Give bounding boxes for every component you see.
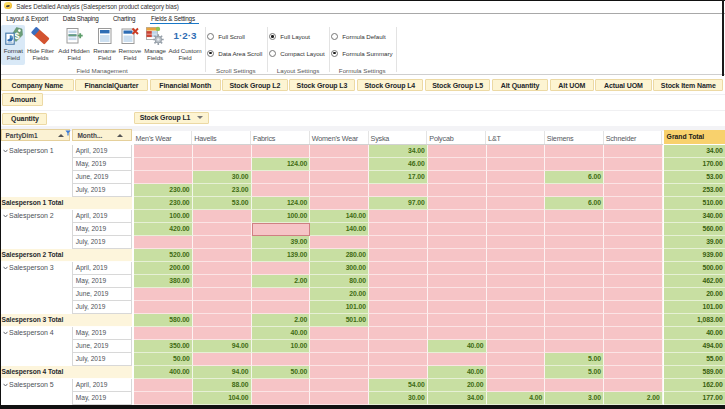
value-cell[interactable]: [487, 210, 546, 223]
value-cell[interactable]: 104.00: [193, 392, 252, 405]
value-cell[interactable]: [604, 210, 663, 223]
group-row-header[interactable]: Salesperson 5: [0, 379, 73, 405]
grand-total-cell[interactable]: 20.00: [664, 288, 725, 301]
total-value-cell[interactable]: 5.00: [545, 366, 604, 379]
value-cell[interactable]: [487, 158, 546, 171]
value-cell[interactable]: [193, 210, 252, 223]
value-cell[interactable]: [487, 184, 546, 197]
month-cell[interactable]: July, 2019: [73, 301, 132, 314]
month-cell[interactable]: July, 2019: [73, 353, 132, 366]
total-value-cell[interactable]: 230.00: [134, 197, 193, 210]
tab-charting[interactable]: Charting: [113, 15, 135, 22]
total-value-cell[interactable]: [369, 366, 428, 379]
value-cell[interactable]: [487, 327, 546, 340]
radio-full-layout[interactable]: Full Layout: [269, 33, 310, 40]
value-cell[interactable]: 39.00: [252, 236, 311, 249]
month-cell[interactable]: June, 2019: [73, 288, 132, 301]
value-cell[interactable]: [252, 171, 311, 184]
value-cell[interactable]: [252, 262, 311, 275]
month-cell[interactable]: May, 2019: [73, 392, 132, 405]
total-value-cell[interactable]: 94.00: [193, 366, 252, 379]
value-cell[interactable]: [252, 288, 311, 301]
total-value-cell[interactable]: 501.00: [310, 314, 369, 327]
value-cell[interactable]: [252, 145, 311, 158]
column-header-fabrics[interactable]: Fabrics: [251, 131, 310, 144]
grand-total-cell[interactable]: 53.00: [664, 171, 725, 184]
field-button-amount[interactable]: Amount: [2, 93, 43, 106]
value-cell[interactable]: 30.00: [193, 171, 252, 184]
value-cell[interactable]: [545, 275, 604, 288]
value-cell[interactable]: [604, 145, 663, 158]
value-cell[interactable]: [545, 262, 604, 275]
value-cell[interactable]: [369, 223, 428, 236]
value-cell[interactable]: [545, 236, 604, 249]
value-cell[interactable]: [545, 145, 604, 158]
value-cell[interactable]: 10.00: [252, 340, 311, 353]
value-cell[interactable]: 230.00: [134, 184, 193, 197]
value-cell[interactable]: [193, 145, 252, 158]
row-header-partydim1[interactable]: PartyDim1: [1, 129, 70, 142]
total-value-cell[interactable]: 97.00: [369, 197, 428, 210]
grand-total-cell[interactable]: 170.00: [664, 158, 725, 171]
total-value-cell[interactable]: [545, 314, 604, 327]
field-button-quantity[interactable]: Quantity: [2, 113, 47, 125]
value-cell[interactable]: [310, 392, 369, 405]
grand-total-cell[interactable]: 34.00: [664, 145, 725, 158]
total-value-cell[interactable]: [193, 249, 252, 262]
value-cell[interactable]: [310, 379, 369, 392]
value-cell[interactable]: [193, 236, 252, 249]
group-row-header[interactable]: Salesperson 4: [0, 327, 73, 366]
value-cell[interactable]: [369, 327, 428, 340]
value-cell[interactable]: 40.00: [252, 327, 311, 340]
value-cell[interactable]: [487, 145, 546, 158]
value-cell[interactable]: [604, 184, 663, 197]
grand-total-cell[interactable]: 39.00: [664, 236, 725, 249]
value-cell[interactable]: [428, 288, 487, 301]
field-button-stock-group-l3[interactable]: Stock Group L3: [289, 79, 354, 91]
column-header-men-s-wear[interactable]: Men's Wear: [134, 131, 193, 144]
value-cell[interactable]: 2.00: [252, 275, 311, 288]
value-cell[interactable]: 34.00: [428, 392, 487, 405]
value-cell[interactable]: [428, 184, 487, 197]
value-cell[interactable]: [193, 262, 252, 275]
value-cell[interactable]: 46.00: [369, 158, 428, 171]
field-button-actual-uom[interactable]: Actual UOM: [595, 79, 651, 91]
total-value-cell[interactable]: [487, 366, 546, 379]
value-cell[interactable]: [487, 262, 546, 275]
value-cell[interactable]: 6.00: [545, 171, 604, 184]
value-cell[interactable]: [310, 158, 369, 171]
column-header-polycab[interactable]: Polycab: [427, 131, 486, 144]
field-button-stock-group-l1[interactable]: Stock Group L1: [134, 112, 210, 124]
value-cell[interactable]: [310, 353, 369, 366]
value-cell[interactable]: 40.00: [428, 340, 487, 353]
value-cell[interactable]: [310, 327, 369, 340]
field-button-financialquarter[interactable]: FinancialQuarter: [75, 79, 148, 91]
total-value-cell[interactable]: [193, 314, 252, 327]
value-cell[interactable]: [193, 288, 252, 301]
value-cell[interactable]: [369, 340, 428, 353]
value-cell[interactable]: 20.00: [310, 288, 369, 301]
value-cell[interactable]: [604, 327, 663, 340]
value-cell[interactable]: 350.00: [134, 340, 193, 353]
total-value-cell[interactable]: [487, 249, 546, 262]
value-cell[interactable]: [369, 184, 428, 197]
total-value-cell[interactable]: [545, 249, 604, 262]
value-cell[interactable]: [545, 340, 604, 353]
value-cell[interactable]: 17.00: [369, 171, 428, 184]
field-button-alt-quantity[interactable]: Alt Quantity: [492, 79, 548, 91]
total-value-cell[interactable]: [604, 197, 663, 210]
value-cell[interactable]: [310, 236, 369, 249]
grand-total-cell[interactable]: 253.00: [664, 184, 725, 197]
month-cell[interactable]: May, 2019: [73, 223, 132, 236]
value-cell[interactable]: [428, 301, 487, 314]
value-cell[interactable]: [193, 158, 252, 171]
value-cell[interactable]: 200.00: [134, 262, 193, 275]
column-header-havells[interactable]: Havells: [192, 131, 251, 144]
value-cell[interactable]: 30.00: [369, 392, 428, 405]
month-cell[interactable]: May, 2019: [73, 158, 132, 171]
value-cell[interactable]: [604, 223, 663, 236]
value-cell[interactable]: 140.00: [310, 223, 369, 236]
value-cell[interactable]: [369, 262, 428, 275]
column-header-siemens[interactable]: Siemens: [545, 131, 604, 144]
value-cell[interactable]: [193, 275, 252, 288]
